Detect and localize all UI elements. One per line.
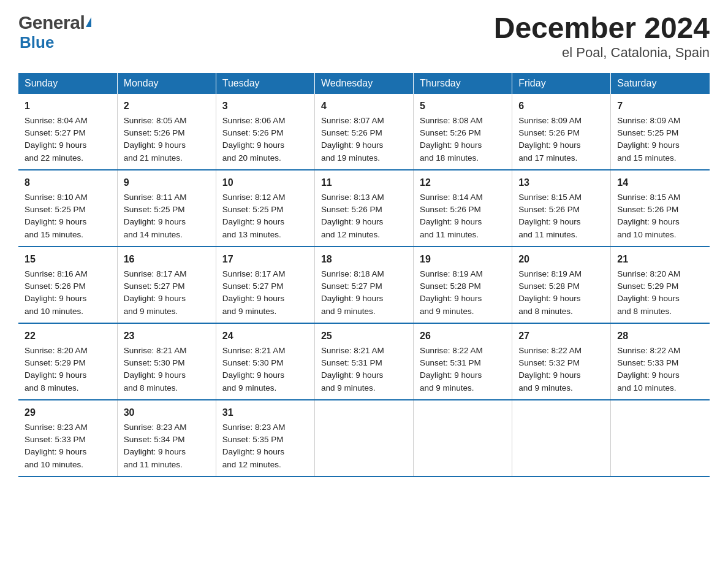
daylight-minutes: and 9 minutes. — [321, 307, 376, 316]
daylight-hours: Daylight: 9 hours — [25, 447, 86, 456]
daylight-minutes: and 9 minutes. — [124, 307, 178, 316]
calendar-cell: 29Sunrise: 8:23 AMSunset: 5:33 PMDayligh… — [18, 400, 117, 477]
calendar-week-row: 22Sunrise: 8:20 AMSunset: 5:29 PMDayligh… — [18, 323, 710, 400]
sunset-info: Sunset: 5:27 PM — [321, 282, 382, 291]
daylight-hours: Daylight: 9 hours — [124, 294, 186, 303]
sunrise-info: Sunrise: 8:16 AM — [25, 269, 88, 278]
calendar-cell: 12Sunrise: 8:14 AMSunset: 5:26 PMDayligh… — [414, 170, 512, 247]
calendar-cell: 4Sunrise: 8:07 AMSunset: 5:26 PMDaylight… — [314, 94, 413, 170]
daylight-minutes: and 8 minutes. — [25, 383, 79, 393]
sunrise-info: Sunrise: 8:15 AM — [518, 193, 582, 202]
day-number: 4 — [321, 99, 407, 113]
col-monday: Monday — [117, 73, 216, 94]
sunset-info: Sunset: 5:35 PM — [222, 435, 284, 444]
daylight-minutes: and 8 minutes. — [124, 383, 178, 393]
daylight-minutes: and 10 minutes. — [617, 383, 676, 393]
daylight-minutes: and 22 minutes. — [25, 153, 83, 163]
day-number: 31 — [222, 405, 308, 420]
day-number: 24 — [222, 329, 308, 343]
day-number: 16 — [124, 252, 210, 267]
daylight-hours: Daylight: 9 hours — [518, 140, 580, 150]
calendar-cell: 13Sunrise: 8:15 AMSunset: 5:26 PMDayligh… — [512, 170, 611, 247]
calendar-cell: 3Sunrise: 8:06 AMSunset: 5:26 PMDaylight… — [216, 94, 314, 170]
calendar-cell: 17Sunrise: 8:17 AMSunset: 5:27 PMDayligh… — [216, 247, 314, 323]
sunset-info: Sunset: 5:31 PM — [321, 358, 382, 367]
day-number: 20 — [518, 252, 604, 267]
daylight-hours: Daylight: 9 hours — [321, 294, 383, 303]
daylight-minutes: and 10 minutes. — [617, 230, 676, 239]
title-block: December 2024 el Poal, Catalonia, Spain — [494, 12, 710, 61]
day-number: 1 — [25, 99, 111, 113]
day-number: 13 — [518, 175, 604, 190]
calendar-header-row: Sunday Monday Tuesday Wednesday Thursday… — [18, 73, 710, 94]
sunset-info: Sunset: 5:25 PM — [222, 205, 284, 214]
daylight-hours: Daylight: 9 hours — [222, 140, 284, 150]
day-number: 11 — [321, 175, 407, 190]
day-number: 19 — [420, 252, 506, 267]
day-number: 25 — [321, 329, 407, 343]
daylight-minutes: and 9 minutes. — [222, 383, 277, 393]
daylight-hours: Daylight: 9 hours — [321, 140, 383, 150]
sunrise-info: Sunrise: 8:12 AM — [222, 193, 286, 202]
col-saturday: Saturday — [611, 73, 710, 94]
calendar-cell: 26Sunrise: 8:22 AMSunset: 5:31 PMDayligh… — [414, 323, 512, 400]
daylight-hours: Daylight: 9 hours — [518, 370, 580, 380]
daylight-hours: Daylight: 9 hours — [124, 447, 186, 456]
daylight-hours: Daylight: 9 hours — [25, 294, 86, 303]
calendar-cell: 30Sunrise: 8:23 AMSunset: 5:34 PMDayligh… — [117, 400, 216, 477]
daylight-hours: Daylight: 9 hours — [222, 370, 284, 380]
sunrise-info: Sunrise: 8:21 AM — [321, 346, 384, 355]
calendar-subtitle: el Poal, Catalonia, Spain — [494, 45, 710, 61]
day-number: 12 — [420, 175, 506, 190]
calendar-cell: 10Sunrise: 8:12 AMSunset: 5:25 PMDayligh… — [216, 170, 314, 247]
sunset-info: Sunset: 5:27 PM — [25, 128, 86, 137]
sunrise-info: Sunrise: 8:09 AM — [518, 116, 582, 125]
daylight-hours: Daylight: 9 hours — [518, 217, 580, 226]
calendar-cell: 28Sunrise: 8:22 AMSunset: 5:33 PMDayligh… — [611, 323, 710, 400]
sunset-info: Sunset: 5:31 PM — [420, 358, 481, 367]
col-wednesday: Wednesday — [314, 73, 413, 94]
calendar-week-row: 1Sunrise: 8:04 AMSunset: 5:27 PMDaylight… — [18, 94, 710, 170]
day-number: 10 — [222, 175, 308, 190]
daylight-minutes: and 19 minutes. — [321, 153, 380, 163]
sunset-info: Sunset: 5:27 PM — [124, 282, 185, 291]
daylight-hours: Daylight: 9 hours — [25, 217, 86, 226]
calendar-cell: 2Sunrise: 8:05 AMSunset: 5:26 PMDaylight… — [117, 94, 216, 170]
logo: General Blue — [18, 12, 91, 52]
sunrise-info: Sunrise: 8:17 AM — [124, 269, 187, 278]
calendar-cell — [611, 400, 710, 477]
daylight-minutes: and 11 minutes. — [518, 230, 577, 239]
daylight-minutes: and 9 minutes. — [321, 383, 376, 393]
sunset-info: Sunset: 5:27 PM — [222, 282, 284, 291]
daylight-minutes: and 12 minutes. — [222, 460, 281, 469]
daylight-hours: Daylight: 9 hours — [124, 370, 186, 380]
calendar-cell: 24Sunrise: 8:21 AMSunset: 5:30 PMDayligh… — [216, 323, 314, 400]
daylight-minutes: and 20 minutes. — [222, 153, 281, 163]
daylight-minutes: and 11 minutes. — [420, 230, 479, 239]
sunrise-info: Sunrise: 8:22 AM — [617, 346, 680, 355]
calendar-cell: 5Sunrise: 8:08 AMSunset: 5:26 PMDaylight… — [414, 94, 512, 170]
logo-blue-text: Blue — [20, 33, 54, 52]
calendar-week-row: 15Sunrise: 8:16 AMSunset: 5:26 PMDayligh… — [18, 247, 710, 323]
sunrise-info: Sunrise: 8:11 AM — [124, 193, 187, 202]
sunset-info: Sunset: 5:34 PM — [124, 435, 185, 444]
sunset-info: Sunset: 5:32 PM — [518, 358, 580, 367]
sunrise-info: Sunrise: 8:20 AM — [25, 346, 88, 355]
daylight-hours: Daylight: 9 hours — [25, 370, 86, 380]
daylight-hours: Daylight: 9 hours — [420, 217, 482, 226]
calendar-cell: 16Sunrise: 8:17 AMSunset: 5:27 PMDayligh… — [117, 247, 216, 323]
sunrise-info: Sunrise: 8:21 AM — [124, 346, 187, 355]
calendar-table: Sunday Monday Tuesday Wednesday Thursday… — [18, 73, 710, 477]
day-number: 29 — [25, 405, 111, 420]
day-number: 8 — [25, 175, 111, 190]
calendar-week-row: 29Sunrise: 8:23 AMSunset: 5:33 PMDayligh… — [18, 400, 710, 477]
sunset-info: Sunset: 5:26 PM — [617, 205, 678, 214]
sunset-info: Sunset: 5:33 PM — [25, 435, 86, 444]
day-number: 2 — [124, 99, 210, 113]
sunrise-info: Sunrise: 8:23 AM — [222, 423, 286, 432]
calendar-cell: 14Sunrise: 8:15 AMSunset: 5:26 PMDayligh… — [611, 170, 710, 247]
daylight-hours: Daylight: 9 hours — [222, 217, 284, 226]
daylight-hours: Daylight: 9 hours — [222, 294, 284, 303]
calendar-cell — [314, 400, 413, 477]
day-number: 22 — [25, 329, 111, 343]
